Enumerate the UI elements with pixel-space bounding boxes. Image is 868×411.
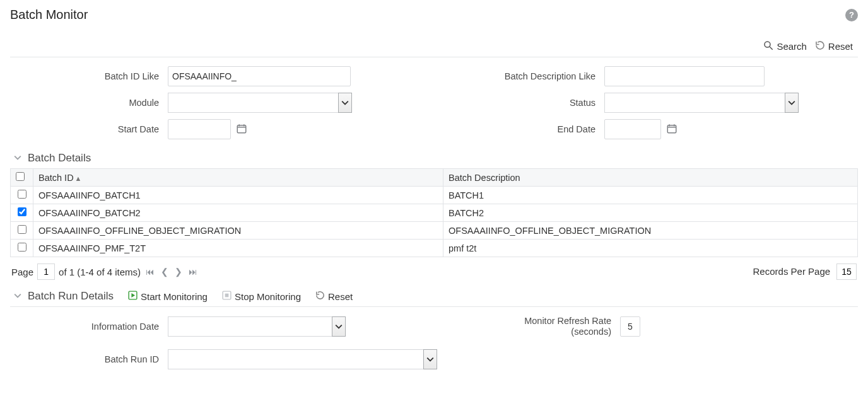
records-per-page-input[interactable] [836, 263, 857, 280]
row-checkbox[interactable] [18, 190, 26, 199]
batch-run-collapse-toggle[interactable] [14, 291, 21, 301]
records-per-page-label: Records Per Page [753, 266, 831, 277]
col-batch-desc[interactable]: Batch Description [443, 169, 858, 187]
row-checkbox[interactable] [18, 243, 26, 252]
col-batch-id[interactable]: Batch ID▲ [33, 169, 443, 187]
table-row[interactable]: OFSAAAIINFO_OFFLINE_OBJECT_MIGRATIONOFSA… [11, 222, 858, 240]
start-date-calendar-button[interactable] [235, 122, 249, 136]
end-date-calendar-button[interactable] [665, 122, 679, 136]
batch-desc-like-input[interactable] [604, 66, 765, 86]
monitor-refresh-label: Monitor Refresh Rate (seconds) [462, 316, 620, 338]
help-button[interactable]: ? [845, 9, 858, 21]
reset-button-label: Reset [828, 41, 853, 52]
start-date-input[interactable] [168, 119, 231, 139]
page-label: Page [11, 267, 33, 277]
select-all-checkbox[interactable] [16, 172, 25, 181]
reset-icon [814, 40, 826, 53]
chevron-down-icon[interactable] [423, 349, 437, 369]
stop-monitoring-button[interactable]: Stop Monitoring [221, 290, 301, 303]
chevron-down-icon[interactable] [332, 316, 346, 337]
reset-button[interactable]: Reset [814, 40, 853, 53]
sort-asc-icon: ▲ [75, 175, 82, 182]
module-select-display [168, 93, 338, 113]
batch-run-id-select[interactable] [168, 349, 437, 369]
status-select[interactable] [604, 93, 799, 113]
cell-batch-desc: BATCH2 [443, 204, 858, 222]
svg-rect-2 [237, 125, 246, 132]
chevron-right-icon: ❯ [175, 267, 182, 277]
batch-details-table: Batch ID▲ Batch Description OFSAAAIINFO_… [10, 168, 858, 257]
batch-run-details-title: Batch Run Details [28, 290, 114, 303]
calendar-icon [236, 123, 247, 136]
monitor-refresh-label-line2: (seconds) [571, 327, 611, 337]
last-page-button[interactable]: ⏭ [187, 267, 199, 277]
next-page-button[interactable]: ❯ [173, 267, 184, 277]
svg-marker-11 [131, 293, 135, 298]
batch-id-like-input[interactable] [168, 66, 351, 86]
batch-run-reset-label: Reset [328, 291, 353, 302]
chevron-down-icon [14, 291, 21, 301]
page-title: Batch Monitor [10, 8, 88, 22]
svg-line-1 [770, 47, 773, 50]
batch-run-id-label: Batch Run ID [10, 354, 168, 364]
stop-monitoring-label: Stop Monitoring [235, 291, 301, 302]
last-page-icon: ⏭ [189, 267, 197, 277]
information-date-display [168, 316, 332, 337]
information-date-label: Information Date [10, 321, 168, 332]
cell-batch-desc: BATCH1 [443, 187, 858, 204]
page-number-input[interactable] [37, 263, 55, 280]
chevron-down-icon[interactable] [785, 93, 799, 113]
table-row[interactable]: OFSAAAIINFO_BATCH1BATCH1 [11, 187, 858, 204]
row-checkbox[interactable] [18, 225, 26, 234]
monitor-refresh-input[interactable] [620, 316, 640, 337]
status-label: Status [447, 98, 604, 108]
cell-batch-id: OFSAAAIINFO_BATCH1 [33, 187, 443, 204]
page-of-text: of 1 (1-4 of 4 items) [59, 267, 141, 277]
module-select[interactable] [168, 93, 352, 113]
batch-run-id-display [168, 349, 423, 369]
end-date-label: End Date [447, 124, 604, 134]
start-monitoring-button[interactable]: Start Monitoring [127, 290, 208, 303]
end-date-input[interactable] [604, 119, 661, 139]
prev-page-button[interactable]: ❮ [160, 267, 170, 277]
table-row[interactable]: OFSAAAIINFO_PMF_T2Tpmf t2t [11, 240, 858, 257]
cell-batch-id: OFSAAAIINFO_OFFLINE_OBJECT_MIGRATION [33, 222, 443, 240]
col-batch-desc-label: Batch Description [449, 173, 520, 183]
chevron-left-icon: ❮ [161, 267, 168, 277]
select-all-header[interactable] [11, 169, 33, 187]
information-date-select[interactable] [168, 316, 346, 337]
batch-details-title: Batch Details [28, 152, 91, 165]
svg-point-0 [765, 42, 770, 47]
first-page-button[interactable]: ⏮ [144, 267, 156, 277]
module-label: Module [10, 98, 168, 108]
batch-desc-like-label: Batch Description Like [447, 71, 604, 81]
first-page-icon: ⏮ [146, 267, 155, 277]
status-select-display [604, 93, 785, 113]
search-button[interactable]: Search [763, 40, 807, 53]
calendar-icon [666, 123, 677, 136]
chevron-down-icon[interactable] [338, 93, 352, 113]
chevron-down-icon [14, 153, 21, 163]
batch-id-like-label: Batch ID Like [10, 71, 168, 81]
stop-icon [221, 290, 232, 303]
row-checkbox[interactable] [18, 207, 26, 216]
cell-batch-desc: OFSAAAIINFO_OFFLINE_OBJECT_MIGRATION [443, 222, 858, 240]
start-date-label: Start Date [10, 124, 168, 134]
start-monitoring-label: Start Monitoring [141, 291, 208, 302]
play-icon [127, 290, 138, 303]
table-row[interactable]: OFSAAAIINFO_BATCH2BATCH2 [11, 204, 858, 222]
search-icon [763, 40, 774, 53]
batch-details-collapse-toggle[interactable] [14, 153, 21, 163]
svg-rect-6 [667, 125, 676, 132]
batch-run-reset-button[interactable]: Reset [315, 290, 353, 303]
cell-batch-id: OFSAAAIINFO_BATCH2 [33, 204, 443, 222]
svg-rect-13 [225, 294, 229, 298]
cell-batch-id: OFSAAAIINFO_PMF_T2T [33, 240, 443, 257]
cell-batch-desc: pmf t2t [443, 240, 858, 257]
search-button-label: Search [777, 41, 807, 52]
reset-icon [315, 290, 326, 303]
monitor-refresh-label-line1: Monitor Refresh Rate [524, 316, 611, 326]
col-batch-id-label: Batch ID [38, 173, 74, 183]
